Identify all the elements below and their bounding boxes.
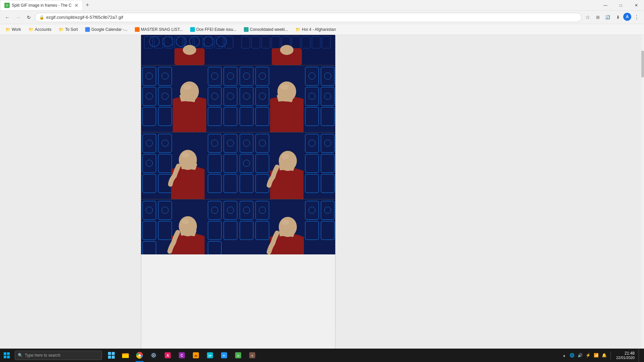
bookmark-consolidated[interactable]: Consolidated weekl... — [241, 26, 291, 33]
frames-grid — [141, 35, 335, 254]
svg-text:SP: SP — [208, 354, 212, 357]
app-12-icon: V — [249, 352, 256, 359]
address-bar[interactable]: 🔒 ezgif.com/split/ezgif-6-57f65c9b72a7.g… — [35, 13, 582, 22]
downloads-button[interactable]: ⬇ — [613, 13, 623, 22]
svg-rect-150 — [108, 352, 111, 355]
clock[interactable]: 21:48 22/01/2020 — [613, 351, 637, 360]
extensions-button[interactable]: ⊞ — [593, 13, 602, 22]
lock-icon: 🔒 — [39, 15, 44, 20]
gif-frame-8 — [238, 199, 335, 254]
systray-expand-button[interactable]: ▲ — [561, 352, 568, 359]
maximize-button[interactable]: □ — [613, 0, 629, 10]
clock-time: 21:48 — [616, 351, 635, 356]
active-tab[interactable]: G Split GIF image in frames - The C ✕ — [0, 0, 83, 10]
taskbar-app-7[interactable]: C — [175, 349, 189, 362]
taskbar-app-11[interactable]: G — [231, 349, 245, 362]
tab-favicon: G — [4, 3, 10, 8]
app-6-icon: A — [164, 352, 171, 359]
taskbar: 🔍 Type here to search — [0, 349, 644, 362]
new-tab-button[interactable]: + — [83, 1, 92, 10]
windows-logo — [4, 352, 10, 358]
svg-text:A: A — [166, 354, 169, 357]
left-sidebar — [0, 35, 141, 349]
bookmark-master-snag[interactable]: MASTER SNAG LIST... — [132, 26, 185, 33]
gif-frame-4 — [238, 65, 335, 132]
search-icon: 🔍 — [18, 353, 23, 358]
menu-button[interactable]: ⋮ — [632, 13, 641, 22]
taskbar-file-explorer[interactable] — [119, 349, 132, 362]
gif-frame-2 — [238, 35, 335, 65]
taskbar-illustrator[interactable]: Ai — [189, 349, 203, 362]
steam-icon — [150, 352, 157, 359]
bookmark-master-snag-label: MASTER SNAG LIST... — [141, 27, 183, 32]
illustrator-icon: Ai — [192, 352, 200, 359]
minimize-button[interactable]: — — [598, 0, 613, 10]
bookmark-google-calendar[interactable]: Google Calendar -... — [83, 26, 130, 33]
win-logo-bl — [4, 356, 6, 358]
tab-close-button[interactable]: ✕ — [74, 3, 78, 8]
bookmark-accounts[interactable]: 📁 Accounts — [26, 26, 54, 33]
taskbar-app-6[interactable]: A — [161, 349, 174, 362]
win-logo-tl — [4, 352, 6, 355]
nav-actions: ☆ ⊞ 🔄 ⬇ A ⋮ — [583, 13, 641, 22]
network-icon[interactable]: 🌐 — [569, 352, 576, 359]
taskbar-premiere[interactable]: Pr — [217, 349, 231, 362]
bookmark-accounts-label: Accounts — [35, 27, 51, 32]
svg-point-149 — [282, 220, 289, 225]
svg-point-54 — [183, 84, 191, 90]
reload-button[interactable]: ↻ — [24, 13, 34, 22]
bookmark-hoi4-label: Hoi 4 - Afghanistan — [302, 27, 336, 32]
profile-button[interactable]: A — [623, 13, 631, 21]
bookmark-work[interactable]: 📁 Work — [3, 26, 24, 33]
history-button[interactable]: 🔄 — [603, 13, 612, 22]
bookmarks-bar: 📁 Work 📁 Accounts 📁 To Sort Google Calen… — [0, 24, 644, 35]
show-desktop-button[interactable] — [639, 349, 641, 362]
taskbar-app-12[interactable]: V — [246, 349, 259, 362]
right-sidebar — [335, 35, 644, 349]
file-explorer-icon — [122, 352, 129, 359]
close-button[interactable]: ✕ — [629, 0, 644, 10]
svg-point-97 — [182, 153, 189, 158]
bookmark-oce-ffei-label: Oce FFEI Edale issu... — [196, 27, 236, 32]
bookmark-star-button[interactable]: ☆ — [583, 13, 592, 22]
task-view-icon — [108, 352, 115, 359]
start-button[interactable] — [0, 349, 13, 362]
back-button[interactable]: ← — [3, 13, 12, 22]
notification-icon[interactable]: 🔔 — [601, 352, 608, 359]
google-calendar-icon — [85, 27, 90, 32]
chrome-icon — [136, 352, 143, 359]
scrollbar-thumb[interactable] — [641, 51, 644, 77]
svg-point-18 — [183, 45, 196, 55]
premiere-icon: Pr — [220, 352, 228, 359]
frame-4-svg — [238, 65, 335, 132]
bookmark-hoi4[interactable]: 📁 Hoi 4 - Afghanistan — [293, 26, 338, 33]
frame-6-svg — [238, 132, 335, 199]
svg-rect-155 — [122, 354, 129, 358]
taskbar-chrome[interactable] — [133, 349, 146, 362]
taskbar-steam[interactable] — [147, 349, 160, 362]
svg-point-161 — [153, 355, 154, 356]
taskbar-search[interactable]: 🔍 Type here to search — [15, 351, 102, 360]
bookmark-to-sort[interactable]: 📁 To Sort — [56, 26, 80, 33]
wifi-icon[interactable]: 📶 — [593, 352, 600, 359]
tab-title: Split GIF image in frames - The C — [12, 3, 72, 8]
frame-5-svg — [141, 132, 238, 199]
taskbar-task-view[interactable] — [105, 349, 118, 362]
titlebar: G Split GIF image in frames - The C ✕ + … — [0, 0, 644, 11]
battery-icon[interactable]: ⚡ — [585, 352, 592, 359]
forward-button[interactable]: → — [13, 13, 23, 22]
scrollbar[interactable] — [641, 35, 644, 349]
taskbar-app-9[interactable]: SP — [203, 349, 217, 362]
systray-icons: 🌐 🔊 ⚡ 📶 🔔 — [569, 352, 608, 359]
volume-icon[interactable]: 🔊 — [577, 352, 584, 359]
svg-rect-151 — [112, 352, 115, 355]
consolidated-icon — [244, 27, 249, 32]
frame-7-svg — [141, 199, 238, 254]
frame-2-svg — [238, 35, 335, 65]
frame-1-svg — [141, 35, 238, 65]
folder-icon: 📁 — [5, 27, 10, 32]
bookmark-oce-ffei[interactable]: Oce FFEI Edale issu... — [187, 26, 239, 33]
svg-point-117 — [282, 154, 289, 159]
app-7-icon: C — [178, 352, 185, 359]
frames-container — [141, 35, 335, 349]
